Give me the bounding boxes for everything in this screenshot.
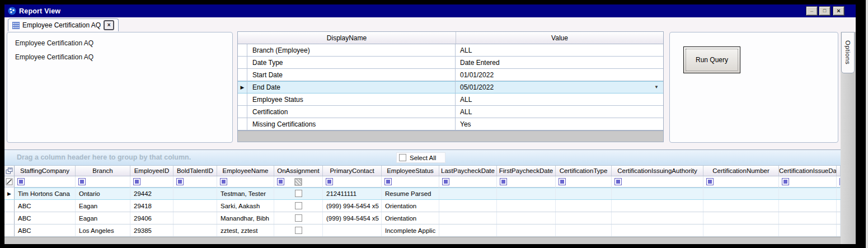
param-row[interactable]: Employee StatusALL bbox=[238, 93, 663, 106]
cell-lastpaycheckdate[interactable] bbox=[439, 224, 497, 236]
table-row[interactable]: ABCEagan29418Sarki, Aakash(999) 994-5454… bbox=[4, 200, 841, 212]
param-name-cell[interactable]: Date Type bbox=[247, 57, 456, 68]
column-header-branch[interactable]: Branch bbox=[76, 166, 130, 176]
column-header-onassignment[interactable]: OnAssignment bbox=[274, 166, 323, 176]
cell-employeestatus[interactable]: Orientation bbox=[382, 200, 439, 212]
cell-certificationissuingauthority[interactable] bbox=[612, 200, 703, 212]
cell-primarycontact[interactable]: (999) 994-5454 x5 bbox=[323, 212, 382, 224]
param-value-cell[interactable]: ALL bbox=[456, 106, 663, 118]
cell-employeeid[interactable]: 29418 bbox=[130, 200, 173, 212]
tab-close-icon[interactable]: × bbox=[104, 20, 114, 30]
report-name[interactable]: Employee Certification AQ bbox=[15, 39, 232, 47]
cell-onassignment[interactable] bbox=[274, 200, 323, 212]
filter-icon[interactable] bbox=[614, 178, 622, 185]
cell-staffingcompany[interactable]: ABC bbox=[15, 200, 76, 212]
cell-firstpaycheckdate[interactable] bbox=[497, 188, 556, 199]
filter-icon[interactable] bbox=[17, 178, 25, 185]
cell-certificationissuingauthority[interactable] bbox=[612, 188, 703, 199]
filter-cell-certificationissuedate[interactable] bbox=[779, 176, 837, 187]
cell-employeename[interactable]: Manandhar, Bibh bbox=[217, 212, 274, 224]
onassignment-checkbox[interactable] bbox=[295, 190, 302, 197]
filter-icon[interactable] bbox=[78, 178, 86, 185]
cell-certificationissuingauthority[interactable] bbox=[612, 212, 703, 224]
param-row[interactable]: Start Date01/01/2022 bbox=[238, 69, 663, 81]
filter-icon[interactable] bbox=[706, 178, 714, 185]
cell-certificationissuedate[interactable] bbox=[779, 224, 837, 236]
column-header-value[interactable]: Value bbox=[456, 32, 663, 44]
cell-branch[interactable]: Eagan bbox=[76, 212, 130, 224]
column-header-certificationtype[interactable]: CertificationType bbox=[556, 166, 612, 176]
group-by-panel[interactable]: Drag a column header here to group by th… bbox=[4, 150, 841, 166]
column-header-firstpaycheckdate[interactable]: FirstPaycheckDate bbox=[497, 166, 556, 176]
cell-certificationtype[interactable] bbox=[556, 200, 612, 212]
param-value-cell[interactable]: ALL bbox=[456, 93, 663, 105]
cell-certificationissuingauthority[interactable] bbox=[612, 224, 703, 236]
param-value-cell[interactable]: 01/01/2022 bbox=[456, 69, 663, 81]
cell-certificationissuedate[interactable] bbox=[779, 200, 837, 212]
dropdown-arrow-icon[interactable]: ▼ bbox=[654, 85, 659, 90]
cell-certificationnumber[interactable] bbox=[703, 188, 779, 199]
column-header-primarycontact[interactable]: PrimaryContact bbox=[323, 166, 382, 176]
tab-employee-certification-aq[interactable]: Employee Certification AQ × bbox=[8, 18, 119, 31]
filter-cell-lastpaycheckdate[interactable] bbox=[439, 176, 497, 187]
cell-certificationtype[interactable] bbox=[556, 188, 612, 199]
table-row[interactable]: ABCLos Angeles29385zztest, zztestIncompl… bbox=[4, 224, 841, 237]
column-header-employeename[interactable]: EmployeeName bbox=[217, 166, 274, 176]
cell-certificationnumber[interactable] bbox=[703, 212, 779, 224]
horizontal-scrollbar[interactable] bbox=[4, 237, 841, 244]
cell-certificationtype[interactable] bbox=[556, 212, 612, 224]
column-header-displayname[interactable]: DisplayName bbox=[238, 32, 456, 44]
param-row[interactable]: Missing CertificationsYes bbox=[238, 118, 663, 130]
column-chooser-button[interactable] bbox=[4, 166, 15, 176]
onassignment-checkbox[interactable] bbox=[295, 202, 302, 209]
param-name-cell[interactable]: Missing Certifications bbox=[247, 118, 456, 130]
cell-onassignment[interactable] bbox=[274, 224, 323, 236]
param-name-cell[interactable]: Branch (Employee) bbox=[247, 44, 456, 56]
param-value-cell[interactable]: Date Entered bbox=[456, 57, 663, 68]
cell-firstpaycheckdate[interactable] bbox=[497, 224, 556, 236]
cell-onassignment[interactable] bbox=[274, 188, 323, 199]
cell-employeename[interactable]: zztest, zztest bbox=[217, 224, 274, 236]
param-row[interactable]: ▶End Date05/01/2022▼ bbox=[238, 81, 663, 93]
filter-cell-certificationtype[interactable] bbox=[556, 176, 612, 187]
onassignment-checkbox[interactable] bbox=[295, 214, 302, 222]
filter-icon[interactable] bbox=[326, 178, 333, 185]
filter-cell-branch[interactable] bbox=[76, 176, 130, 187]
cell-branch[interactable]: Eagan bbox=[76, 200, 130, 212]
cell-firstpaycheckdate[interactable] bbox=[497, 200, 556, 212]
filter-cell-primarycontact[interactable] bbox=[323, 176, 382, 187]
cell-primarycontact[interactable]: (999) 994-5454 x5 bbox=[323, 200, 382, 212]
cell-employeestatus[interactable]: Resume Parsed bbox=[382, 188, 439, 199]
filter-cell-employeestatus[interactable] bbox=[382, 176, 439, 187]
filter-icon[interactable] bbox=[500, 178, 507, 185]
cell-staffingcompany[interactable]: ABC bbox=[15, 212, 76, 224]
maximize-button[interactable]: □ bbox=[819, 6, 831, 16]
cell-employeestatus[interactable]: Orientation bbox=[382, 212, 439, 224]
cell-lastpaycheckdate[interactable] bbox=[439, 188, 497, 199]
filter-cell-firstpaycheckdate[interactable] bbox=[497, 176, 556, 187]
close-button[interactable]: × bbox=[833, 6, 844, 16]
table-row[interactable]: ABCEagan29406Manandhar, Bibh(999) 994-54… bbox=[4, 212, 841, 224]
param-value-cell[interactable]: ALL bbox=[456, 44, 663, 56]
minimize-button[interactable]: _ bbox=[806, 6, 818, 16]
filter-icon[interactable] bbox=[220, 178, 227, 185]
cell-branch[interactable]: Ontario bbox=[76, 188, 130, 199]
table-row[interactable]: ▶Tim Hortons CanaOntario29442Testman, Te… bbox=[4, 188, 841, 200]
filter-onassignment-checkbox[interactable] bbox=[295, 178, 302, 185]
param-value-cell[interactable]: Yes bbox=[456, 118, 663, 130]
filter-icon[interactable] bbox=[384, 178, 392, 185]
param-row[interactable]: Date TypeDate Entered bbox=[238, 57, 663, 69]
column-header-boldtalentid[interactable]: BoldTalentID bbox=[173, 166, 217, 176]
onassignment-checkbox[interactable] bbox=[295, 227, 302, 234]
column-header-staffingcompany[interactable]: StaffingCompany bbox=[15, 166, 76, 176]
cell-branch[interactable]: Los Angeles bbox=[76, 224, 130, 236]
cell-certificationissuedate[interactable] bbox=[779, 212, 837, 224]
cell-onassignment[interactable] bbox=[274, 212, 323, 224]
param-row[interactable]: CertificationALL bbox=[238, 106, 663, 118]
filter-icon[interactable] bbox=[176, 178, 184, 185]
filter-cell-employeename[interactable] bbox=[217, 176, 274, 187]
select-all-checkbox[interactable] bbox=[399, 154, 406, 161]
param-name-cell[interactable]: Start Date bbox=[247, 69, 456, 81]
cell-employeeid[interactable]: 29406 bbox=[130, 212, 173, 224]
column-header-employeeid[interactable]: EmployeeID bbox=[130, 166, 173, 176]
